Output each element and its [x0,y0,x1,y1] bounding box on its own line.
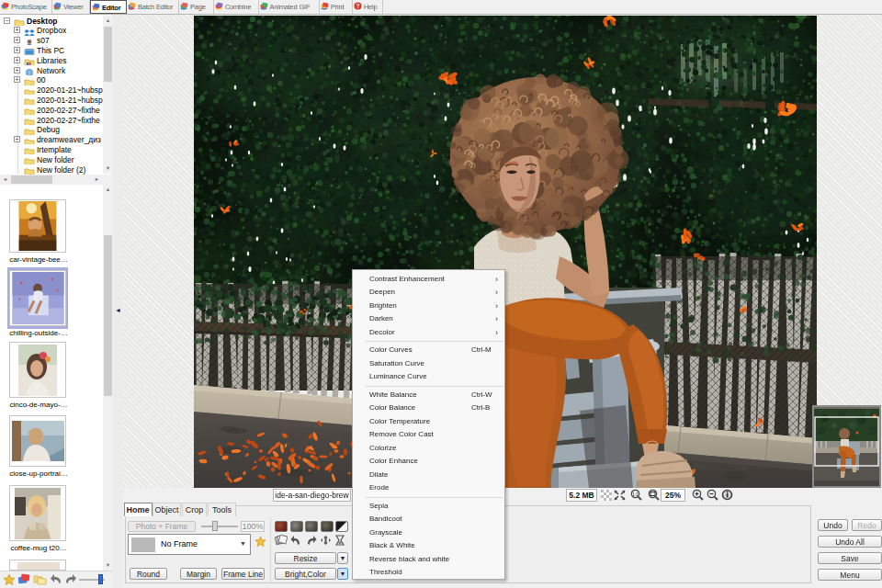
svg-text:1:1: 1:1 [632,492,639,497]
svg-text:?: ? [356,3,360,9]
